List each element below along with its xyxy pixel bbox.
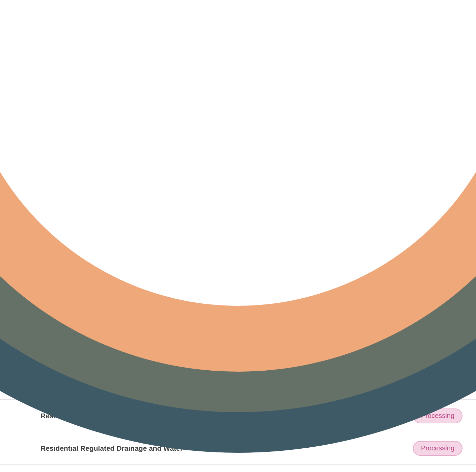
order-id-link[interactable]: 123454 (27, 273, 51, 280)
chevron-down-icon[interactable] (14, 378, 21, 385)
status-badge: Processing (413, 375, 462, 390)
chevron-right-icon[interactable] (14, 307, 21, 315)
table-row: 1234542 search pack - Residential19 Finc… (0, 259, 476, 294)
case-reference-text: Not applicable (284, 343, 328, 351)
table-row: 1234543 search pack - Residential19 Finc… (0, 224, 476, 259)
col-order-header: er (27, 176, 71, 182)
order-id-link[interactable]: 123454 (27, 308, 51, 316)
status-badge: Complete (417, 199, 462, 214)
chevron-right-icon[interactable] (14, 202, 21, 209)
table-row: 1234545 search pack - Residential19 Finc… (0, 294, 476, 329)
status-badge: Part processed (401, 234, 462, 249)
search-description: 5 search pack - Residential (71, 308, 162, 316)
address-text: 19 Finchley Road, PL6 5FR (176, 308, 263, 316)
case-reference-link[interactable]: TM/11222.033/LR (284, 238, 341, 245)
search-description: 3 search pack - Residential (71, 202, 162, 210)
table-header: er Searches ordered Address Case referen… (0, 169, 476, 189)
search-description: 3 search pack - Residential (71, 343, 162, 351)
chevron-right-icon[interactable] (14, 272, 21, 280)
external-link-icon[interactable] (361, 378, 370, 387)
page-content: arch orders. er Searches ordered Address… (0, 0, 476, 465)
search-description: 3 search pack - Residential (71, 378, 162, 386)
table-row: 1234543 search pack - Residential19 Finc… (0, 365, 476, 400)
search-wrap (0, 131, 476, 159)
search-description: 3 search pack - Residential (71, 238, 162, 245)
case-reference-link[interactable]: TM/11222.033/LR (284, 308, 341, 316)
col-search-header: Searches ordered (71, 176, 176, 182)
status-badge: Processing (413, 441, 462, 456)
status-badge: Processing (413, 340, 462, 354)
order-id-link[interactable]: 123454 (27, 202, 51, 210)
address-text: 19 Finchley Road, PL6 5FR (176, 378, 263, 386)
table-subrow: Residential Regulated Local Authority Se… (0, 400, 476, 432)
table-row: 1234543 search pack - Residential19 Finc… (0, 189, 476, 224)
table-body: 1234543 search pack - Residential19 Finc… (0, 189, 476, 465)
table-row: 1234543 search pack - Residential19 Finc… (0, 329, 476, 365)
case-reference-link[interactable]: TM/11222.033/LR (284, 273, 341, 280)
col-address-header: Address (176, 176, 284, 182)
order-id-link[interactable]: 123454 (27, 378, 51, 386)
intro-text: arch orders. (0, 0, 476, 131)
status-badge: Processing (413, 269, 462, 284)
status-badge: Complete (417, 304, 462, 319)
case-reference-link[interactable]: TM/11222.033/LR (284, 202, 341, 210)
chevron-right-icon[interactable] (14, 237, 21, 245)
subrow-label: Residential Regulated Drainage and Water (41, 444, 413, 452)
table-subrow: Residential Regulated Drainage and Water… (0, 432, 476, 465)
external-link-icon[interactable] (361, 272, 370, 281)
external-link-icon[interactable] (361, 307, 370, 316)
status-badge: Processing (413, 408, 462, 423)
chevron-right-icon[interactable] (14, 343, 21, 350)
intro-suffix: arch orders. (20, 122, 60, 131)
col-reference-header: Case reference (284, 176, 361, 182)
address-text: 19 Finchley Road, PL6 5FR (176, 343, 263, 351)
case-reference-link[interactable]: TM/11222.033/LR (284, 378, 341, 386)
subrow-label: Residential Regulated Local Authority Se… (41, 412, 413, 420)
order-id-link[interactable]: 123454 (27, 238, 51, 245)
search-description: 2 search pack - Residential (71, 273, 162, 280)
search-input[interactable] (20, 141, 206, 159)
address-text: 19 Finchley Road, PL6 5FR (176, 238, 263, 245)
external-link-icon[interactable] (361, 202, 370, 211)
order-id-link[interactable]: 123454 (27, 343, 51, 351)
address-text: 19 Finchley Road, PL6 5FR (176, 273, 263, 280)
address-text: 19 Finchley Road, PL6 5FR (176, 202, 263, 210)
external-link-icon[interactable] (361, 237, 370, 246)
orders-table: er Searches ordered Address Case referen… (0, 169, 476, 465)
